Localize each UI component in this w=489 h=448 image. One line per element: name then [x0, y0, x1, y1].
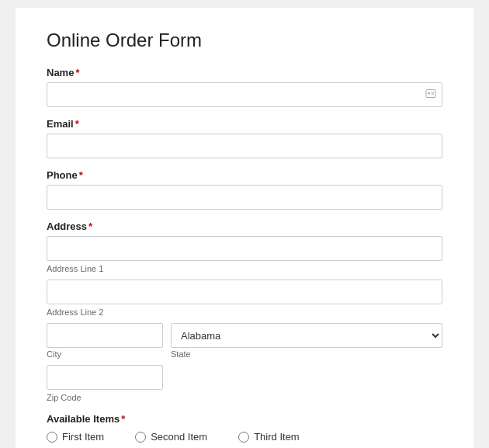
address-line1-input[interactable] — [47, 236, 442, 261]
address-field-group: Address* Address Line 1 Address Line 2 C… — [47, 221, 442, 402]
available-items-label: Available Items* — [47, 413, 442, 425]
zip-input[interactable] — [47, 365, 163, 390]
name-label: Name* — [47, 67, 442, 78]
name-input-wrapper — [47, 82, 442, 107]
available-items-group: Available Items* First Item Second Item … — [47, 413, 442, 443]
svg-rect-0 — [426, 90, 435, 98]
contact-card-icon — [425, 89, 436, 102]
address-line1-sublabel: Address Line 1 — [47, 264, 442, 273]
address-label: Address* — [47, 221, 442, 232]
name-required-star: * — [75, 67, 79, 78]
address-line2-input[interactable] — [47, 280, 442, 304]
phone-input[interactable] — [47, 185, 442, 210]
second-item-label: Second Item — [151, 431, 207, 443]
third-item-label: Third Item — [254, 431, 300, 443]
email-input[interactable] — [47, 134, 442, 158]
email-field-group: Email* — [47, 118, 442, 158]
email-required-star: * — [75, 118, 79, 130]
city-input[interactable] — [47, 323, 163, 348]
state-select[interactable]: Alabama Alaska Arizona Arkansas Californ… — [171, 323, 442, 348]
radio-first-item[interactable] — [47, 432, 57, 443]
city-sublabel: City — [47, 349, 163, 359]
address-line2-sublabel: Address Line 2 — [47, 307, 442, 317]
name-field-group: Name* — [47, 67, 442, 107]
items-required-star: * — [121, 413, 125, 425]
state-sublabel: State — [171, 349, 442, 359]
phone-required-star: * — [79, 169, 83, 181]
radio-item-third[interactable]: Third Item — [238, 431, 300, 443]
form-container: Online Order Form Name* Email* P — [16, 8, 473, 448]
radio-third-item[interactable] — [238, 432, 249, 443]
svg-rect-1 — [428, 92, 430, 95]
email-label: Email* — [47, 118, 442, 130]
address-required-star: * — [88, 221, 92, 232]
zip-sublabel: Zip Code — [47, 393, 442, 402]
state-field: Alabama Alaska Arizona Arkansas Californ… — [171, 323, 442, 359]
radio-second-item[interactable] — [135, 432, 146, 443]
phone-label: Phone* — [47, 169, 442, 181]
radio-item-first[interactable]: First Item — [47, 431, 104, 443]
first-item-label: First Item — [62, 431, 104, 443]
form-title: Online Order Form — [47, 30, 442, 51]
name-input[interactable] — [47, 82, 442, 107]
city-field: City — [47, 323, 163, 359]
radio-row: First Item Second Item Third Item — [47, 431, 442, 443]
radio-item-second[interactable]: Second Item — [135, 431, 207, 443]
phone-field-group: Phone* — [47, 169, 442, 210]
